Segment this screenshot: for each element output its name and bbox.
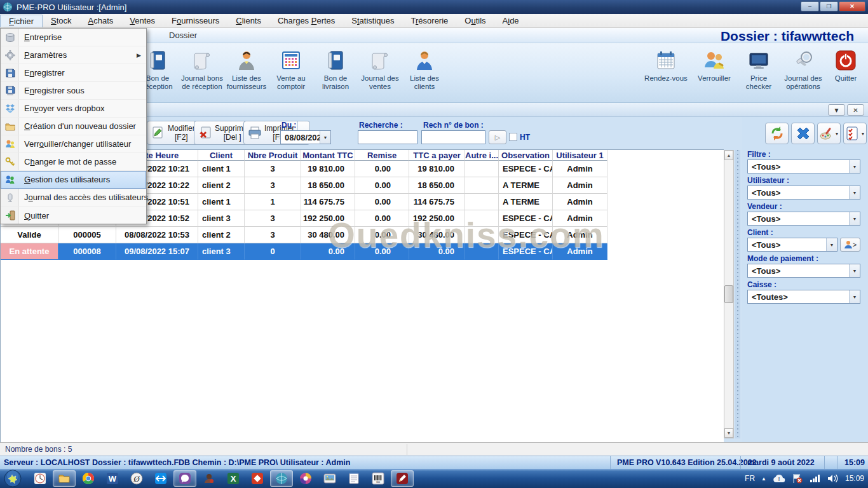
close-button[interactable]: ✕ bbox=[839, 1, 865, 11]
mode-paiement-select[interactable]: <Tous>▼ bbox=[747, 264, 860, 278]
client-lookup-button[interactable]: > bbox=[840, 238, 860, 252]
chevron-down-icon[interactable]: ▼ bbox=[320, 131, 330, 144]
menu-ventes[interactable]: Ventes bbox=[121, 15, 163, 27]
volume-icon[interactable] bbox=[827, 474, 839, 483]
col-client[interactable]: Client bbox=[198, 150, 245, 161]
taskbar-clock-app[interactable] bbox=[29, 470, 51, 487]
menu-item-journal-acces[interactable]: Journal des accès des utilisateurs bbox=[1, 189, 146, 207]
col-utilisateur[interactable]: Utilisateur 1 bbox=[553, 150, 607, 161]
taskbar-word[interactable]: W bbox=[101, 470, 124, 487]
scroll-up-icon[interactable]: ▲ bbox=[724, 151, 733, 160]
taskbar-teamviewer[interactable] bbox=[149, 470, 172, 487]
recherche-input[interactable] bbox=[358, 130, 417, 144]
menu-item-gestion-utilisateurs[interactable]: Gestion des utilisateurs bbox=[1, 171, 146, 189]
collapse-view-button[interactable]: ▼ bbox=[828, 104, 845, 116]
menu-fournisseurs[interactable]: Fournisseurs bbox=[163, 15, 227, 27]
table-scrollbar[interactable]: ▲ ▼ bbox=[724, 150, 734, 438]
toolbar-bon-de-livraison[interactable]: Bon delivraison bbox=[313, 48, 358, 91]
chevron-down-icon[interactable]: ▼ bbox=[849, 290, 860, 303]
menu-charges-pertes[interactable]: Charges Pertes bbox=[269, 15, 343, 27]
menu-item-changer-mot-de-passe[interactable]: Changer le mot de passe bbox=[1, 153, 146, 171]
network-signal-icon[interactable] bbox=[810, 474, 821, 483]
menu-fichier[interactable]: Fichier bbox=[0, 15, 43, 27]
taskbar-barcode-app[interactable]: 300 bbox=[367, 470, 390, 487]
taskbar-browser-profile[interactable] bbox=[294, 470, 317, 487]
filtre-select[interactable]: <Tous>▼ bbox=[747, 159, 860, 173]
menu-achats[interactable]: Achats bbox=[80, 15, 122, 27]
utilisateur-select[interactable]: <Tous>▼ bbox=[747, 186, 860, 200]
cloud-icon[interactable]: ! bbox=[773, 474, 785, 483]
refresh-button[interactable] bbox=[765, 123, 789, 144]
col-observation[interactable]: Observation bbox=[499, 150, 553, 161]
toolbar-rendez-vous[interactable]: Rendez-vous bbox=[642, 48, 690, 91]
minimize-button[interactable]: – bbox=[801, 1, 819, 11]
language-indicator[interactable]: FR bbox=[745, 474, 755, 483]
menu-item-enregistrer[interactable]: Enregistrer bbox=[1, 64, 146, 82]
menu-item-parametres[interactable]: Paramètres ▶ bbox=[1, 46, 146, 64]
rech-bon-input[interactable] bbox=[421, 130, 485, 144]
toolbar-journal-operations[interactable]: Journal desopérations bbox=[779, 48, 827, 91]
toolbar-vente-au-comptoir[interactable]: Vente aucomptoir bbox=[269, 48, 313, 91]
taskbar-messaging-app[interactable] bbox=[198, 470, 220, 487]
col-ttc-a-payer[interactable]: TTC a payer bbox=[409, 150, 465, 161]
menu-clients[interactable]: Clients bbox=[227, 15, 269, 27]
scroll-thumb[interactable] bbox=[724, 285, 733, 303]
toolbar-liste-fournisseurs[interactable]: Liste desfournisseurs bbox=[224, 48, 269, 91]
toolbar-journal-des-ventes[interactable]: Journal desventes bbox=[358, 48, 402, 91]
report-button[interactable]: ▼ bbox=[817, 123, 841, 144]
toolbar-liste-des-clients[interactable]: Liste desclients bbox=[402, 48, 447, 91]
col-autre[interactable]: Autre i... bbox=[465, 150, 499, 161]
taskbar-notepad[interactable] bbox=[342, 470, 365, 487]
col-nbre-produit[interactable]: Nbre Produit bbox=[245, 150, 301, 161]
start-button[interactable] bbox=[3, 469, 22, 488]
menu-item-envoyer-dropbox[interactable]: Envoyer vers dropbox bbox=[1, 100, 146, 118]
close-view-button[interactable]: ✕ bbox=[847, 104, 864, 116]
menu-statistiques[interactable]: Statistiques bbox=[343, 15, 402, 27]
toolbar-price-checker[interactable]: Pricechecker bbox=[738, 48, 779, 91]
menu-tresorerie[interactable]: Trésorerie bbox=[403, 15, 457, 27]
caisse-select[interactable]: <Toutes>▼ bbox=[747, 290, 860, 304]
taskbar-office-app[interactable]: Ø bbox=[125, 470, 148, 487]
taskbar-chrome[interactable] bbox=[77, 470, 100, 487]
chevron-down-icon[interactable]: ▼ bbox=[849, 186, 860, 199]
menu-item-creation-dossier[interactable]: Création d'un nouveau dossier bbox=[1, 118, 146, 135]
toolbar-journal-bons-reception[interactable]: Journal bonsde réception bbox=[180, 48, 224, 91]
taskbar-image-viewer[interactable] bbox=[318, 470, 341, 487]
clear-filter-button[interactable] bbox=[791, 123, 815, 144]
menu-item-enregistrer-sous[interactable]: Enregistrer sous bbox=[1, 82, 146, 100]
go-search-button[interactable]: ▷ bbox=[489, 130, 506, 144]
panel-splitter[interactable] bbox=[735, 150, 740, 438]
vendeur-select[interactable]: <Tous>▼ bbox=[747, 212, 860, 226]
menu-outils[interactable]: Outils bbox=[456, 15, 494, 27]
client-select[interactable]: <Tous>▼ bbox=[747, 238, 837, 252]
tray-clock[interactable]: 15:09 bbox=[845, 474, 864, 483]
ht-checkbox[interactable] bbox=[509, 133, 517, 141]
taskbar-editor-app[interactable] bbox=[391, 470, 414, 487]
toolbar-quitter[interactable]: Quitter bbox=[827, 48, 864, 91]
col-remise[interactable]: Remise bbox=[355, 150, 409, 161]
tab-dossier[interactable]: Dossier bbox=[169, 30, 197, 40]
menu-aide[interactable]: Aide bbox=[494, 15, 527, 27]
taskbar-viber[interactable] bbox=[173, 470, 196, 487]
menu-stock[interactable]: Stock bbox=[43, 15, 80, 27]
checklist-button[interactable]: ▼ bbox=[843, 123, 867, 144]
chevron-down-icon[interactable]: ▼ bbox=[849, 160, 860, 173]
taskbar-pme-pro[interactable] bbox=[270, 470, 293, 487]
chevron-down-icon[interactable]: ▼ bbox=[849, 264, 860, 277]
menu-item-verrouiller-utilisateur[interactable]: Verrouiller/changer utilisateur bbox=[1, 135, 146, 153]
menu-item-entreprise[interactable]: Entreprise bbox=[1, 29, 146, 46]
menu-item-quitter[interactable]: Quitter bbox=[1, 207, 146, 224]
tray-expand-icon[interactable]: ▲ bbox=[761, 476, 766, 482]
taskbar-media-app[interactable] bbox=[246, 470, 269, 487]
taskbar-file-explorer[interactable] bbox=[53, 470, 76, 487]
action-center-flag-icon[interactable] bbox=[792, 473, 803, 484]
taskbar-excel[interactable]: X bbox=[222, 470, 245, 487]
chevron-down-icon[interactable]: ▼ bbox=[826, 238, 837, 251]
scroll-down-icon[interactable]: ▼ bbox=[724, 428, 733, 438]
date-picker[interactable]: 08/08/2022▼ bbox=[280, 130, 331, 144]
maximize-button[interactable]: ❐ bbox=[820, 1, 838, 11]
col-montant-ttc[interactable]: Montant TTC bbox=[301, 150, 355, 161]
chevron-down-icon[interactable]: ▼ bbox=[849, 212, 860, 225]
toolbar-verrouiller[interactable]: Verrouiller bbox=[690, 48, 738, 91]
modifier-button[interactable]: Modifier[F2] bbox=[147, 121, 200, 145]
